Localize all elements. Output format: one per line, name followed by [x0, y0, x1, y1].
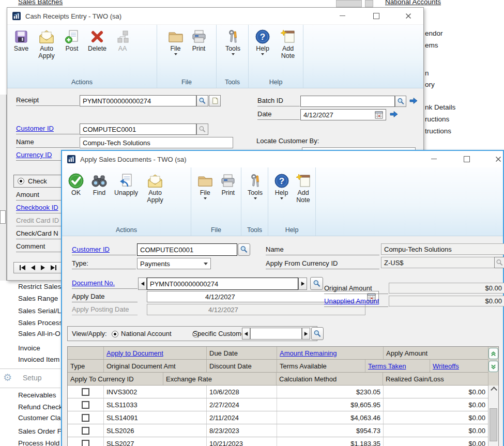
- scrollbar-thumb[interactable]: [490, 408, 497, 441]
- customer-filter-lookup-button[interactable]: [311, 327, 324, 340]
- view-apply-label: View/Apply:: [72, 330, 107, 337]
- bg-nav-sales-range[interactable]: Sales Range: [18, 295, 62, 302]
- close-button[interactable]: [490, 153, 504, 164]
- receipt-lookup-button[interactable]: [196, 95, 208, 106]
- date-input[interactable]: 4/12/2027: [300, 109, 386, 120]
- close-button[interactable]: [400, 10, 417, 21]
- bg-nav-customer-class[interactable]: Customer Cla: [18, 414, 62, 422]
- bg-nav-invoiced-item[interactable]: Invoiced Item: [18, 356, 62, 363]
- customer-lookup-button[interactable]: [238, 243, 250, 256]
- customer-filter-input[interactable]: [250, 328, 302, 340]
- bg-text-fragment[interactable]: nk Details: [425, 103, 455, 111]
- cell-apply-amount[interactable]: $0.00: [384, 437, 488, 446]
- delete-button[interactable]: Delete: [84, 28, 110, 52]
- document-no-input[interactable]: PYMNT000000000274: [147, 278, 298, 290]
- bg-nav-restrict-sales[interactable]: Restrict Sales: [18, 283, 62, 290]
- find-button[interactable]: Find: [88, 172, 110, 196]
- check-radio[interactable]: [18, 178, 24, 184]
- file-menu-button[interactable]: File: [194, 172, 216, 199]
- next-document-button[interactable]: [298, 278, 307, 290]
- next-record-button[interactable]: [41, 265, 45, 270]
- save-button[interactable]: Save: [10, 28, 32, 52]
- post-button[interactable]: Post: [61, 28, 83, 52]
- cell-apply-amount[interactable]: $0.00: [384, 424, 488, 437]
- bg-nav-sales-all-in-one[interactable]: Sales All-in-O: [18, 330, 62, 337]
- bg-text-fragment[interactable]: ructions: [425, 115, 449, 123]
- show-details-button[interactable]: [488, 348, 498, 359]
- previous-record-button[interactable]: [31, 265, 35, 270]
- help-menu-button[interactable]: ? Help: [252, 28, 273, 55]
- receipt-note-button[interactable]: [209, 95, 221, 106]
- tools-menu-button[interactable]: Tools: [222, 28, 244, 55]
- cell-apply-amount[interactable]: $0.00: [384, 398, 488, 411]
- unapply-button[interactable]: Unapply: [112, 172, 141, 196]
- batch-lookup-button[interactable]: [395, 96, 406, 107]
- maximize-button[interactable]: [459, 153, 475, 164]
- table-scrollbar[interactable]: [488, 386, 499, 446]
- unapplied-amount-link[interactable]: Unapplied Amount: [324, 297, 388, 307]
- document-lookup-button[interactable]: [310, 277, 323, 290]
- date-expand-button[interactable]: [389, 111, 399, 118]
- customer-id-link[interactable]: Customer ID: [16, 125, 79, 134]
- receipt-input[interactable]: PYMNT000000000274: [80, 95, 196, 106]
- print-button[interactable]: Print: [218, 172, 239, 196]
- first-record-button[interactable]: [20, 265, 25, 270]
- auto-apply-button[interactable]: Auto Apply: [142, 172, 168, 204]
- bg-text-fragment[interactable]: n: [425, 69, 429, 77]
- bg-section-setup[interactable]: Setup: [23, 374, 42, 382]
- svg-text:?: ?: [260, 32, 265, 42]
- cell-apply-amount[interactable]: $0.00: [384, 411, 488, 424]
- calendar-icon[interactable]: [375, 111, 383, 119]
- national-account-radio[interactable]: [112, 331, 118, 337]
- customer-id-link[interactable]: Customer ID: [72, 245, 136, 255]
- batch-expand-button[interactable]: [409, 97, 418, 104]
- previous-document-button[interactable]: [138, 278, 147, 290]
- bg-nav-refund-check[interactable]: Refund Check: [18, 403, 62, 411]
- row-checkbox[interactable]: [82, 388, 89, 396]
- batch-id-input[interactable]: [300, 96, 395, 107]
- bg-text-fragment[interactable]: ory: [425, 81, 435, 88]
- bg-text-fragment[interactable]: ems: [425, 41, 438, 49]
- row-checkbox[interactable]: [82, 440, 89, 446]
- bg-text-fragment[interactable]: tructions: [425, 127, 451, 135]
- bg-nav-sales-serial[interactable]: Sales Serial/L: [18, 307, 62, 315]
- row-checkbox[interactable]: [82, 401, 89, 409]
- table-row[interactable]: SLS11033 2/27/2024 $9,605.95 $0.00: [68, 398, 498, 411]
- type-dropdown[interactable]: Payments: [137, 258, 211, 269]
- table-row[interactable]: SLS2026 8/23/2023 $954.73 $0.00: [68, 424, 498, 437]
- minimize-button[interactable]: [334, 10, 350, 21]
- bg-nav-sales-order[interactable]: Sales Order F: [18, 427, 62, 435]
- bg-link-national-accounts[interactable]: National Accounts: [385, 0, 441, 6]
- table-row[interactable]: SLS14091 2/11/2024 $4,063.46 $0.00: [68, 411, 498, 424]
- print-button[interactable]: Print: [188, 28, 210, 52]
- table-row[interactable]: INVS3002 10/6/2028 $230.05 $0.00: [68, 386, 498, 398]
- cell-apply-amount[interactable]: $0.00: [384, 386, 488, 398]
- last-record-button[interactable]: [51, 265, 56, 270]
- previous-customer-button[interactable]: [242, 328, 250, 340]
- bg-link-sales-batches[interactable]: Sales Batches: [18, 0, 63, 6]
- row-checkbox[interactable]: [82, 427, 89, 435]
- table-row[interactable]: SLS2027 10/21/2023 $1,183.35 $0.00: [68, 437, 498, 446]
- help-menu-button[interactable]: ? Help: [271, 172, 292, 199]
- maximize-button[interactable]: [368, 10, 385, 21]
- bg-nav-process-hold[interactable]: Process Hold: [18, 439, 62, 446]
- next-customer-button[interactable]: [302, 328, 310, 340]
- checkbook-id-link[interactable]: Checkbook ID: [16, 204, 65, 213]
- file-menu-button[interactable]: File: [165, 28, 187, 55]
- auto-apply-button[interactable]: Auto Apply: [34, 28, 59, 59]
- ok-button[interactable]: OK: [65, 172, 87, 196]
- hide-details-button[interactable]: [488, 361, 498, 372]
- customer-id-input[interactable]: COMPUTEC0001: [80, 124, 196, 135]
- row-checkbox[interactable]: [82, 414, 89, 422]
- tools-menu-button[interactable]: Tools: [245, 172, 266, 199]
- add-note-button[interactable]: Add Note: [293, 172, 313, 204]
- minimize-button[interactable]: [425, 153, 442, 164]
- bg-nav-invoice[interactable]: Invoice: [18, 344, 62, 352]
- bg-nav-sales-process[interactable]: Sales Process: [18, 319, 62, 327]
- scroll-up-button[interactable]: [488, 386, 499, 392]
- bg-nav-receivables[interactable]: Receivables: [18, 391, 62, 399]
- document-no-link[interactable]: Document No.: [72, 279, 138, 289]
- customer-id-input[interactable]: COMPUTEC0001: [137, 243, 237, 256]
- bg-text-fragment[interactable]: endor: [425, 29, 443, 37]
- add-note-button[interactable]: Add Note: [275, 28, 301, 59]
